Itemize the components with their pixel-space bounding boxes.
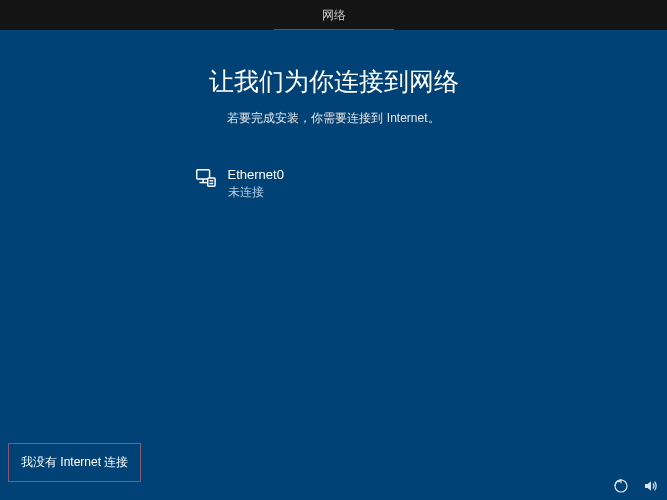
ease-of-access-icon[interactable] <box>613 478 629 494</box>
network-list: Ethernet0 未连接 <box>194 163 474 204</box>
svg-rect-3 <box>207 178 214 186</box>
network-name: Ethernet0 <box>228 167 284 183</box>
ethernet-icon <box>194 167 216 189</box>
network-item-ethernet0[interactable]: Ethernet0 未连接 <box>194 163 474 204</box>
corner-icons <box>613 478 659 494</box>
svg-marker-7 <box>645 481 651 490</box>
network-info: Ethernet0 未连接 <box>228 167 284 200</box>
no-internet-button[interactable]: 我没有 Internet 连接 <box>8 443 141 482</box>
network-status: 未连接 <box>228 185 284 201</box>
top-bar: 网络 <box>0 0 667 30</box>
main-panel: 让我们为你连接到网络 若要完成安装，你需要连接到 Internet。 Ether… <box>0 30 667 500</box>
page-title: 让我们为你连接到网络 <box>209 65 459 98</box>
bottom-bar: 我没有 Internet 连接 <box>0 430 667 500</box>
page-subtitle: 若要完成安装，你需要连接到 Internet。 <box>227 110 439 127</box>
volume-icon[interactable] <box>643 478 659 494</box>
topbar-title: 网络 <box>322 7 346 24</box>
